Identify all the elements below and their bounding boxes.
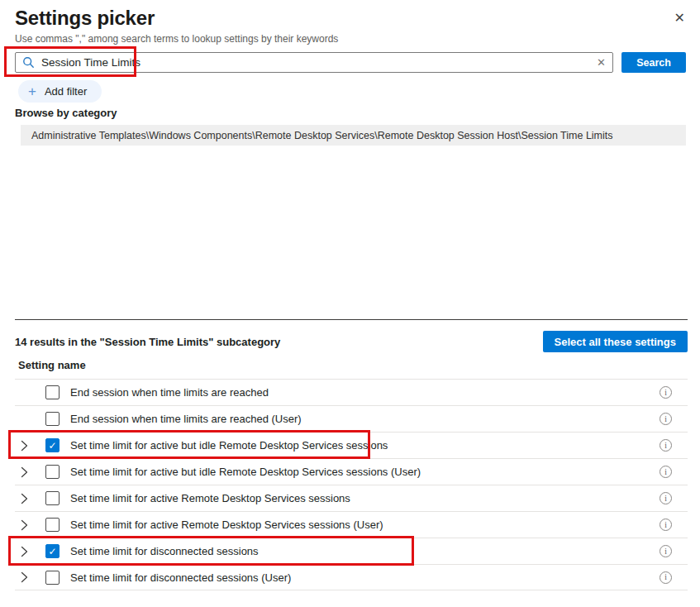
info-icon[interactable]: i [660,439,672,452]
search-button[interactable]: Search [621,52,686,73]
setting-name: Set time limit for disconnected sessions… [70,571,660,584]
page-title: Settings picker [15,7,155,30]
search-input[interactable]: Session Time Limits ✕ [15,52,613,73]
table-row: Set time limit for active but idle Remot… [15,458,688,485]
table-row: End session when time limits are reached… [15,405,688,432]
setting-name: End session when time limits are reached [70,386,660,399]
setting-name: Set time limit for active Remote Desktop… [70,492,660,504]
clear-search-icon[interactable]: ✕ [597,56,606,69]
add-filter-button[interactable]: + Add filter [18,80,102,103]
info-icon[interactable]: i [660,466,672,478]
search-row: Session Time Limits ✕ Search [15,52,686,73]
chevron-right-icon[interactable] [18,439,30,452]
setting-checkbox[interactable] [45,491,60,505]
setting-checkbox[interactable] [45,465,60,479]
table-row: End session when time limits are reached… [15,379,688,405]
setting-checkbox[interactable] [45,571,60,585]
table-row: ✓ Set time limit for active but idle Rem… [15,432,688,458]
setting-name-column-header: Setting name [18,359,86,371]
setting-name: Set time limit for active Remote Desktop… [70,519,660,531]
table-row: ✓ Set time limit for disconnected sessio… [15,538,688,564]
settings-picker-dialog: Settings picker ✕ Use commas "," among s… [0,0,700,607]
plus-icon: + [28,84,36,98]
search-value: Session Time Limits [41,56,597,69]
setting-checkbox[interactable] [45,412,60,426]
setting-checkbox[interactable]: ✓ [45,438,60,452]
info-icon[interactable]: i [660,545,672,557]
section-divider [15,319,688,320]
results-header: 14 results in the "Session Time Limits" … [15,331,688,352]
setting-name: End session when time limits are reached… [70,413,660,425]
table-row: Set time limit for active Remote Desktop… [15,485,688,511]
browse-by-category-label: Browse by category [15,107,117,119]
dialog-subtitle: Use commas "," among search terms to loo… [15,33,338,45]
chevron-right-icon[interactable] [18,571,30,584]
search-icon [22,56,35,69]
category-path-item[interactable]: Administrative Templates\Windows Compone… [21,125,686,146]
info-icon[interactable]: i [660,386,672,399]
setting-checkbox[interactable]: ✓ [45,544,60,558]
info-icon[interactable]: i [660,413,672,425]
close-icon[interactable]: ✕ [674,12,685,25]
setting-checkbox[interactable] [45,518,60,532]
results-summary: 14 results in the "Session Time Limits" … [15,336,280,348]
info-icon[interactable]: i [660,571,672,584]
table-row: Set time limit for disconnected sessions… [15,564,688,590]
add-filter-label: Add filter [45,85,87,98]
setting-checkbox[interactable] [45,385,60,399]
chevron-right-icon[interactable] [18,492,30,505]
table-row: Set time limit for active Remote Desktop… [15,511,688,538]
select-all-settings-button[interactable]: Select all these settings [543,331,688,352]
chevron-right-icon[interactable] [18,519,30,532]
setting-name: Set time limit for active but idle Remot… [70,466,660,478]
chevron-right-icon[interactable] [18,466,30,479]
setting-name: Set time limit for disconnected sessions [70,545,660,557]
info-icon[interactable]: i [660,492,672,504]
settings-table: End session when time limits are reached… [15,379,688,590]
info-icon[interactable]: i [660,519,672,531]
setting-name: Set time limit for active but idle Remot… [70,439,660,452]
chevron-right-icon[interactable] [18,545,30,558]
